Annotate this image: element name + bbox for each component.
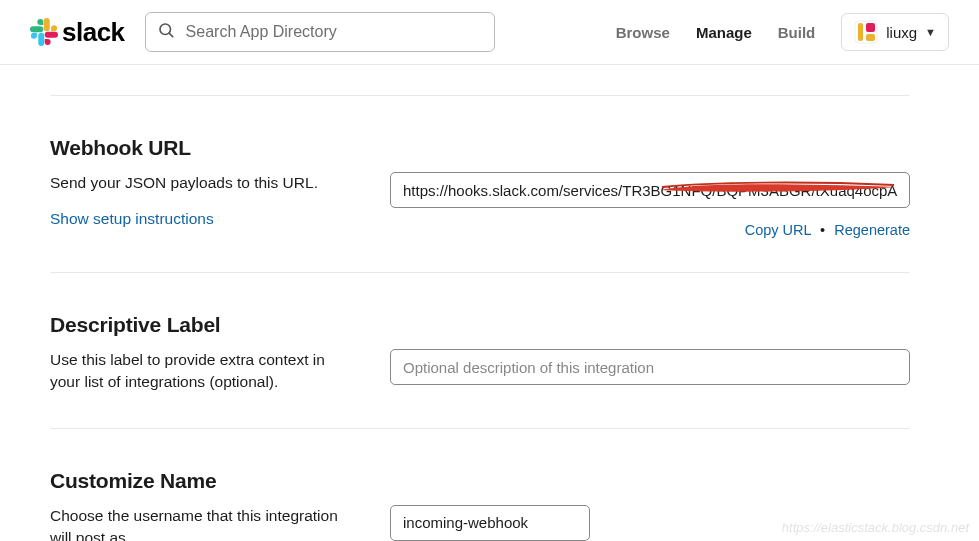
top-bar: slack Browse Manage Build liuxg ▼ (0, 0, 979, 65)
regenerate-link[interactable]: Regenerate (834, 222, 910, 238)
nav-build[interactable]: Build (778, 24, 816, 41)
nav-browse[interactable]: Browse (616, 24, 670, 41)
section-title: Customize Name (50, 469, 910, 493)
slack-logo-icon (30, 18, 58, 46)
search-icon (157, 21, 175, 43)
section-customize-name: Customize Name Choose the username that … (50, 429, 910, 541)
brand-text: slack (62, 17, 125, 48)
descriptive-label-input[interactable] (390, 349, 910, 385)
svg-line-1 (169, 33, 173, 37)
user-name: liuxg (886, 24, 917, 41)
slack-logo[interactable]: slack (30, 17, 125, 48)
search-input[interactable] (145, 12, 495, 52)
section-description: Choose the username that this integratio… (50, 505, 350, 541)
section-descriptive-label: Descriptive Label Use this label to prov… (50, 273, 910, 428)
section-description: Use this label to provide extra context … (50, 349, 350, 394)
section-webhook-url: Webhook URL Send your JSON payloads to t… (50, 96, 910, 272)
customize-name-input[interactable] (390, 505, 590, 541)
svg-rect-5 (866, 34, 875, 41)
content: Webhook URL Send your JSON payloads to t… (0, 95, 960, 541)
svg-rect-3 (858, 23, 863, 41)
svg-rect-4 (866, 23, 875, 32)
search-wrap (145, 12, 495, 52)
copy-url-link[interactable]: Copy URL (745, 222, 811, 238)
webhook-url-input[interactable] (390, 172, 910, 208)
show-setup-link[interactable]: Show setup instructions (50, 208, 350, 230)
section-description-col: Send your JSON payloads to this URL. Sho… (50, 172, 350, 231)
separator-dot: • (820, 222, 825, 238)
nav-manage[interactable]: Manage (696, 24, 752, 41)
chevron-down-icon: ▼ (925, 26, 936, 38)
user-menu[interactable]: liuxg ▼ (841, 13, 949, 51)
avatar-icon (854, 20, 878, 44)
section-title: Descriptive Label (50, 313, 910, 337)
section-description: Send your JSON payloads to this URL. (50, 172, 350, 194)
section-title: Webhook URL (50, 136, 910, 160)
webhook-url-field-wrap (390, 172, 910, 208)
nav-right: Browse Manage Build liuxg ▼ (616, 13, 949, 51)
url-actions: Copy URL • Regenerate (390, 222, 910, 238)
